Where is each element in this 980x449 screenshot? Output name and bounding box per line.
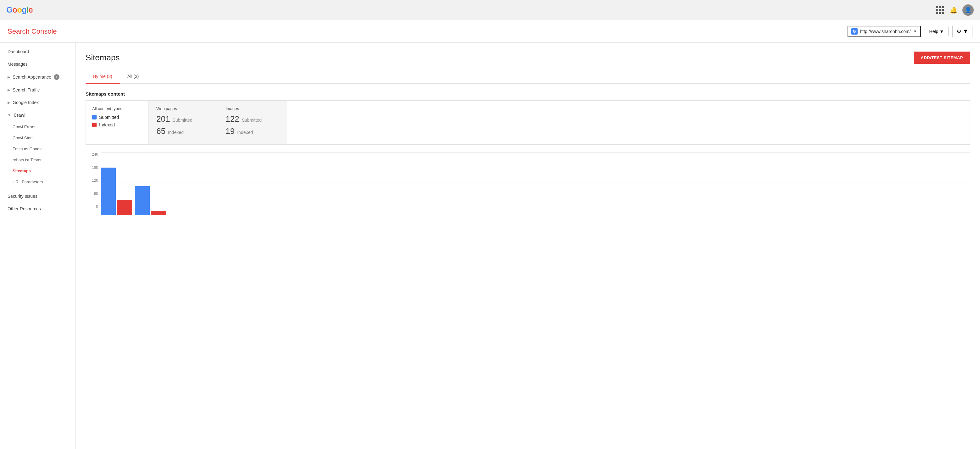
bar-group-1	[135, 186, 166, 215]
settings-chevron: ▼	[963, 28, 968, 35]
indexed-legend-label: Indexed	[99, 122, 115, 127]
legend-submitted: Submitted	[92, 115, 142, 120]
images-submitted-number: 122	[226, 114, 239, 124]
info-icon: i	[54, 74, 59, 80]
web-pages-submitted-label: Submitted	[172, 117, 192, 123]
sidebar-item-search-appearance[interactable]: ▶ Search Appearance i	[0, 70, 75, 84]
submitted-dot	[92, 115, 97, 119]
tab-all[interactable]: All (3)	[120, 70, 146, 84]
robots-tester-label: robots.txt Tester	[13, 157, 41, 162]
help-chevron: ▼	[939, 29, 944, 34]
chart-bars	[101, 152, 970, 215]
bell-icon[interactable]: 🔔	[948, 5, 959, 15]
site-url: http://www.sharonhh.com/	[860, 29, 911, 34]
sidebar-item-messages[interactable]: Messages	[0, 58, 75, 70]
sidebar-sub-item-url-parameters[interactable]: URL Parameters	[0, 176, 75, 187]
dot	[936, 6, 938, 8]
sidebar-item-dashboard[interactable]: Dashboard	[0, 45, 75, 58]
help-label: Help	[929, 29, 939, 34]
web-pages-cell: Web pages 201 Submitted 65 Indexed	[149, 101, 218, 144]
grid-icon[interactable]	[935, 5, 945, 15]
submitted-legend-label: Submitted	[99, 115, 119, 120]
chart-area: 240 180 120 60 0	[86, 152, 970, 215]
messages-label: Messages	[8, 62, 28, 67]
images-indexed-label: Indexed	[237, 130, 253, 135]
top-bar: Google 🔔 👤	[0, 0, 980, 20]
sidebar: Dashboard Messages ▶ Search Appearance i…	[0, 43, 75, 449]
crawl-stats-label: Crawl Stats	[13, 135, 33, 140]
arrow-search-appearance: ▶	[8, 75, 10, 79]
sidebar-item-google-index[interactable]: ▶ Google Index	[0, 96, 75, 109]
dot	[936, 9, 938, 11]
sidebar-sub-item-robots-tester[interactable]: robots.txt Tester	[0, 154, 75, 165]
search-traffic-label: Search Traffic	[13, 87, 40, 92]
url-parameters-label: URL Parameters	[13, 179, 43, 184]
sidebar-sub-item-sitemaps[interactable]: Sitemaps	[0, 165, 75, 176]
y-label-120: 120	[86, 178, 98, 183]
help-button[interactable]: Help ▼	[924, 27, 949, 36]
second-bar: Search Console G http://www.sharonhh.com…	[0, 20, 980, 43]
sidebar-item-other-resources[interactable]: Other Resources	[0, 203, 75, 215]
second-bar-right: G http://www.sharonhh.com/ ▼ Help ▼ ⚙ ▼	[848, 26, 972, 37]
dashboard-label: Dashboard	[8, 49, 29, 54]
bar-red-1	[151, 211, 166, 215]
images-title: Images	[226, 106, 280, 111]
sidebar-sub-item-crawl-errors[interactable]: Crawl Errors	[0, 121, 75, 132]
images-indexed-number: 19	[226, 126, 235, 136]
web-pages-submitted-number: 201	[156, 114, 170, 124]
page-title-row: Sitemaps ADD/TEST SITEMAP	[86, 52, 970, 64]
bar-red-0	[117, 200, 132, 215]
legend-indexed: Indexed	[92, 122, 142, 127]
content-area: Sitemaps ADD/TEST SITEMAP By me (3) All …	[75, 43, 980, 449]
arrow-google-index: ▶	[8, 101, 10, 105]
images-cell: Images 122 Submitted 19 Indexed	[218, 101, 287, 144]
grid-dots	[936, 6, 944, 14]
top-bar-right: 🔔 👤	[935, 5, 974, 16]
dot	[942, 6, 944, 8]
google-logo: Google	[6, 5, 33, 15]
arrow-crawl: ▼	[8, 113, 11, 117]
web-pages-indexed-row: 65 Indexed	[156, 126, 210, 136]
tab-by-me[interactable]: By me (3)	[86, 70, 120, 84]
search-console-title: Search Console	[8, 27, 57, 35]
content-types-grid: All content types Submitted Indexed Web …	[86, 100, 970, 144]
crawl-label: Crawl	[14, 113, 25, 117]
bar-blue-1	[135, 186, 150, 215]
gear-icon: ⚙	[956, 28, 961, 35]
dot	[942, 9, 944, 11]
indexed-dot	[92, 123, 97, 127]
site-badge: G	[851, 28, 858, 35]
avatar[interactable]: 👤	[963, 5, 974, 16]
y-label-240: 240	[86, 152, 98, 157]
crawl-errors-label: Crawl Errors	[13, 125, 35, 129]
tabs-container: By me (3) All (3)	[86, 70, 970, 84]
arrow-search-traffic: ▶	[8, 88, 10, 92]
page-title: Sitemaps	[86, 53, 119, 63]
images-submitted-row: 122 Submitted	[226, 114, 280, 124]
add-test-sitemap-button[interactable]: ADD/TEST SITEMAP	[914, 52, 970, 64]
sidebar-sub-item-fetch-as-google[interactable]: Fetch as Google	[0, 143, 75, 154]
main-layout: Dashboard Messages ▶ Search Appearance i…	[0, 43, 980, 449]
sidebar-item-security-issues[interactable]: Security Issues	[0, 190, 75, 203]
settings-button[interactable]: ⚙ ▼	[952, 26, 972, 37]
web-pages-indexed-label: Indexed	[168, 130, 184, 135]
web-pages-indexed-number: 65	[156, 126, 165, 136]
y-label-60: 60	[86, 192, 98, 196]
images-submitted-label: Submitted	[242, 117, 261, 123]
sidebar-item-search-traffic[interactable]: ▶ Search Traffic	[0, 84, 75, 96]
other-resources-label: Other Resources	[8, 206, 41, 211]
dot	[939, 12, 941, 14]
y-label-0: 0	[86, 205, 98, 209]
content-type-left: All content types Submitted Indexed	[86, 101, 149, 144]
dot	[939, 9, 941, 11]
web-pages-title: Web pages	[156, 106, 210, 111]
chart-canvas	[101, 152, 970, 215]
web-pages-submitted-row: 201 Submitted	[156, 114, 210, 124]
sidebar-item-crawl[interactable]: ▼ Crawl	[0, 109, 75, 121]
dot	[936, 12, 938, 14]
images-indexed-row: 19 Indexed	[226, 126, 280, 136]
sitemaps-content-label: Sitemaps content	[86, 91, 970, 97]
sidebar-sub-item-crawl-stats[interactable]: Crawl Stats	[0, 132, 75, 143]
chart-y-labels: 240 180 120 60 0	[86, 152, 98, 209]
site-selector[interactable]: G http://www.sharonhh.com/ ▼	[848, 26, 921, 37]
